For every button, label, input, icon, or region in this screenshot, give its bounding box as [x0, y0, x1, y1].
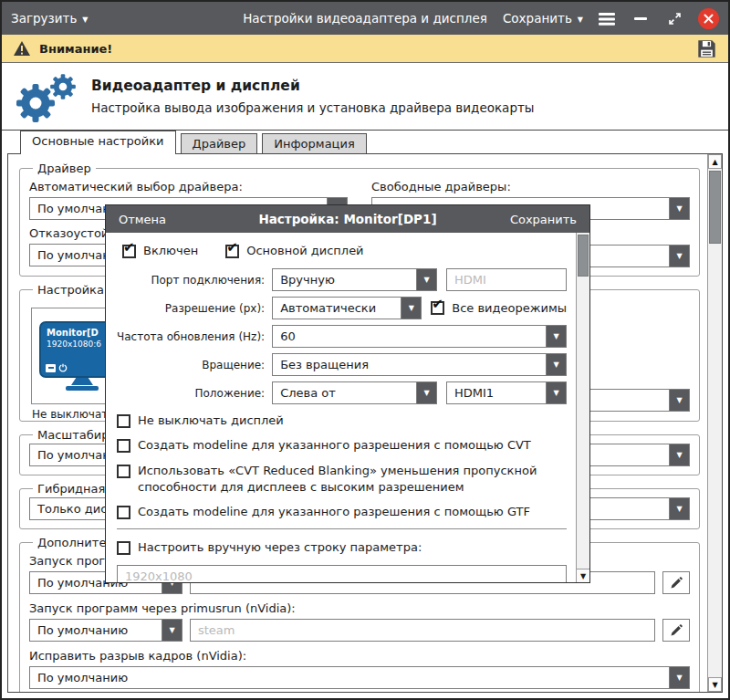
driver-group-legend: Драйвер	[33, 162, 96, 175]
titlebar-actions: Сохранить ▼	[503, 8, 719, 29]
dropdown-arrow-icon: ▼	[401, 298, 421, 319]
checkbox-box-icon	[117, 506, 130, 519]
modal-form: Порт подключения: Вручную ▼ Разрешение (…	[117, 268, 567, 404]
scroll-up-button[interactable]: ▲	[708, 154, 722, 169]
modal-header: Отмена Настройка: Monitor[DP1] Сохранить	[106, 205, 589, 233]
resize-button[interactable]	[664, 8, 684, 28]
checkbox-item: Не выключать дисплей	[117, 413, 567, 429]
resolution-controls: Автоматически ▼ ✔ Все видеорежимы	[272, 297, 567, 319]
cvt-reduced-blanking-checkbox[interactable]: Использовать «CVT Reduced Blanking» умен…	[117, 463, 556, 496]
resize-icon	[668, 12, 682, 26]
checkbox-item: Использовать «CVT Reduced Blanking» умен…	[117, 463, 567, 496]
dropdown-arrow-icon: ▼	[669, 390, 689, 411]
primusrun-edit-button[interactable]	[662, 619, 690, 642]
primusrun-label: Запуск программ через primusrun (nVidia)…	[29, 601, 690, 615]
monitor-screen-icons	[46, 363, 68, 372]
main-scrollbar-thumb[interactable]	[709, 171, 721, 244]
run-edit-button[interactable]	[662, 571, 690, 594]
resolution-select[interactable]: Автоматически ▼	[272, 297, 422, 319]
all-modes-label: Все видеорежимы	[452, 300, 567, 317]
close-icon	[704, 14, 714, 24]
rotation-label: Вращение:	[117, 359, 265, 371]
free-drivers-label: Свободные драйверы:	[371, 180, 690, 193]
minimize-button[interactable]	[631, 8, 651, 28]
refresh-rate-controls: 60 ▼	[272, 325, 567, 348]
chevron-down-icon: ▼	[578, 16, 583, 24]
load-menu-label: Загрузить	[11, 11, 77, 26]
hamburger-icon	[599, 12, 615, 25]
monitor-base	[66, 386, 99, 391]
main-scrollbar[interactable]: ▲ ▼	[707, 154, 722, 692]
tab-info[interactable]: Информация	[262, 133, 366, 153]
warning-bar: Внимание!	[2, 35, 728, 63]
tearfree-label: Исправить разрыв кадров (nVidia):	[29, 649, 690, 663]
modal-cancel-button[interactable]: Отмена	[119, 213, 166, 226]
primusrun-command-input[interactable]	[190, 619, 655, 642]
screen-note: Не выключать	[32, 408, 114, 421]
modal-body: ✔ Включен ✔ Основной дисплей Порт подклю…	[106, 233, 589, 582]
primusrun-row: По умолчанию ▼	[29, 619, 690, 642]
monitor-stand	[71, 378, 93, 385]
app-window: Загрузить ▼ Настройки видеоадаптера и ди…	[0, 0, 730, 700]
dpms-checkbox[interactable]: Не выключать дисплей	[117, 413, 284, 429]
manual-mode-checkbox[interactable]: Настроить вручную через строку параметра…	[117, 539, 422, 556]
dropdown-arrow-icon: ▼	[669, 667, 689, 688]
position-target-select[interactable]: HDMI1 ▼	[446, 381, 567, 404]
pencil-icon	[670, 577, 683, 590]
enabled-checkbox[interactable]: ✔ Включен	[122, 243, 198, 259]
resolution-value: Автоматически	[273, 298, 401, 319]
primusrun-value: По умолчанию	[30, 620, 162, 641]
enabled-label: Включен	[143, 243, 198, 259]
checkbox-box-icon: ✔	[122, 245, 136, 258]
save-menu-label: Сохранить	[503, 11, 572, 26]
chevron-down-icon: ▼	[82, 16, 88, 24]
port-select[interactable]: Вручную ▼	[272, 268, 437, 291]
gtf-modeline-checkbox[interactable]: Создать modeline для указанного разрешен…	[117, 504, 530, 520]
checkbox-box-icon	[117, 465, 130, 478]
close-button[interactable]	[698, 8, 719, 29]
modal-scrollbar-thumb[interactable]	[578, 235, 589, 277]
checkbox-box-icon	[117, 541, 130, 555]
tab-main-settings[interactable]: Основные настройки	[20, 131, 176, 154]
power-icon	[58, 363, 68, 372]
scroll-down-button[interactable]: ▼	[708, 677, 722, 692]
primary-display-checkbox[interactable]: ✔ Основной дисплей	[225, 243, 363, 259]
modal-scroll-down-button[interactable]: ▼	[577, 569, 589, 582]
minus-icon	[46, 364, 56, 372]
port-value: Вручную	[273, 269, 416, 290]
warning-text: Внимание!	[39, 42, 112, 56]
tearfree-select[interactable]: По умолчанию ▼	[29, 666, 690, 689]
tab-bar: Основные настройки Драйвер Информация	[2, 131, 367, 153]
primusrun-select[interactable]: По умолчанию ▼	[29, 619, 182, 642]
rotation-select[interactable]: Без вращения ▼	[272, 353, 567, 376]
titlebar: Загрузить ▼ Настройки видеоадаптера и ди…	[2, 2, 728, 35]
rotation-controls: Без вращения ▼	[272, 353, 567, 376]
port-label: Порт подключения:	[117, 274, 265, 287]
refresh-rate-value: 60	[273, 326, 546, 347]
load-menu-button[interactable]: Загрузить ▼	[11, 11, 89, 26]
modal-checkbox-list: Не выключать дисплей Создать modeline дл…	[117, 413, 567, 520]
port-name-input[interactable]	[446, 268, 567, 291]
manual-mode-input[interactable]	[117, 565, 567, 582]
tab-driver[interactable]: Драйвер	[181, 133, 258, 153]
position-label: Положение:	[117, 387, 265, 400]
position-target-value: HDMI1	[447, 382, 546, 403]
refresh-rate-select[interactable]: 60 ▼	[272, 325, 567, 348]
hamburger-menu-button[interactable]	[597, 8, 617, 28]
position-select[interactable]: Слева от ▼	[272, 381, 437, 404]
modal-save-button[interactable]: Сохранить	[510, 213, 577, 226]
dropdown-arrow-icon: ▼	[546, 326, 566, 347]
modal-scrollbar[interactable]: ▼	[576, 233, 589, 582]
all-modes-checkbox[interactable]: ✔ Все видеорежимы	[431, 300, 567, 317]
warning-icon	[13, 40, 31, 57]
minimize-icon	[634, 17, 647, 20]
cvt-modeline-label: Создать modeline для указанного разрешен…	[138, 437, 531, 454]
save-file-button[interactable]	[696, 38, 717, 59]
dropdown-arrow-icon: ▼	[416, 269, 436, 290]
cvt-modeline-checkbox[interactable]: Создать modeline для указанного разрешен…	[117, 437, 531, 454]
dropdown-arrow-icon: ▼	[669, 246, 689, 266]
refresh-rate-label: Частота обновления (Hz):	[117, 330, 265, 343]
dropdown-arrow-icon: ▼	[669, 444, 689, 465]
port-controls: Вручную ▼	[272, 268, 567, 291]
save-menu-button[interactable]: Сохранить ▼	[503, 11, 583, 26]
